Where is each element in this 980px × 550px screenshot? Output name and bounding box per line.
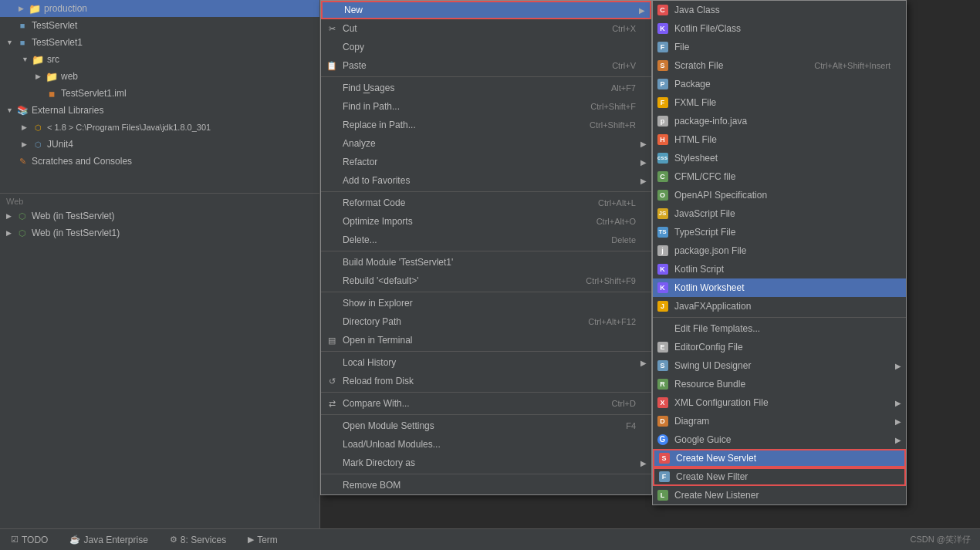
menu-item-analyze[interactable]: Analyze ▶ (321, 134, 651, 153)
sidebar-web-testservlet1[interactable]: ▶ ⬡ Web (in TestServlet1) (0, 224, 319, 241)
submenu-item-scratch[interactable]: S Scratch File Ctrl+Alt+Shift+Insert (653, 56, 906, 75)
submenu-item-create-servlet[interactable]: S Create New Servlet (653, 449, 906, 467)
menu-item-compare-with[interactable]: ⇄ Compare With... Ctrl+D (321, 394, 651, 413)
submenu-arrow-icon: ▶ (640, 459, 647, 467)
menu-item-cut[interactable]: ✂ Cut Ctrl+X (321, 19, 651, 38)
submenu-item-kotlin-file[interactable]: K Kotlin File/Class (653, 19, 906, 38)
submenu-item-kotlin-worksheet[interactable]: K Kotlin Worksheet (653, 278, 906, 297)
menu-item-find-usages[interactable]: Find Usages Alt+F7 (321, 79, 651, 97)
menu-item-add-favorites[interactable]: Add to Favorites ▶ (321, 171, 651, 190)
sidebar-item-junit[interactable]: ▶ ⬡ JUnit4 (0, 136, 319, 153)
menu-item-new[interactable]: New ▶ (321, 1, 651, 19)
sidebar-web-testservlet[interactable]: ▶ ⬡ Web (in TestServlet) (0, 208, 319, 224)
submenu-item-create-filter[interactable]: F Create New Filter (653, 467, 906, 486)
menu-item-open-module-settings[interactable]: Open Module Settings F4 (321, 417, 651, 435)
menu-item-load-unload[interactable]: Load/Unload Modules... (321, 435, 651, 454)
submenu-arrow-icon: ▶ (895, 417, 901, 426)
shortcut-label: Delete (611, 235, 636, 245)
submenu-item-openapi[interactable]: O OpenAPI Specification (653, 186, 906, 204)
submenu-item-html[interactable]: H HTML File (653, 130, 906, 149)
sidebar-item-testservlet1[interactable]: ▼ ■ TestServlet1 (0, 34, 319, 51)
submenu-item-pkgjson[interactable]: j package.json File (653, 241, 906, 260)
submenu-item-pkginfo[interactable]: p package-info.java (653, 112, 906, 130)
menu-item-open-terminal[interactable]: ▤ Open in Terminal (321, 331, 651, 349)
menu-item-mark-directory[interactable]: Mark Directory as ▶ (321, 454, 651, 472)
status-tab-label: Java Enterprise (83, 535, 147, 545)
separator (321, 292, 651, 292)
submenu-item-ts[interactable]: TS TypeScript File (653, 223, 906, 241)
sidebar: ▶ 📁 production ■ TestServlet ▼ ■ TestSer… (0, 0, 320, 550)
menu-item-refactor[interactable]: Refactor ▶ (321, 153, 651, 171)
sidebar-item-external-libraries[interactable]: ▼ 📚 External Libraries (0, 102, 319, 119)
java-icon: C (656, 5, 670, 15)
submenu-item-swing[interactable]: S Swing UI Designer ▶ (653, 356, 906, 375)
shortcut-label: F4 (626, 421, 636, 430)
menu-item-local-history[interactable]: Local History ▶ (321, 353, 651, 372)
menu-item-optimize-imports[interactable]: Optimize Imports Ctrl+Alt+O (321, 212, 651, 231)
sidebar-item-src[interactable]: ▼ 📁 src (0, 51, 319, 68)
sidebar-item-testservlet[interactable]: ■ TestServlet (0, 17, 319, 34)
menu-item-copy[interactable]: Copy (321, 38, 651, 56)
menu-item-build-module[interactable]: Build Module 'TestServlet1' (321, 253, 651, 272)
menu-item-delete[interactable]: Delete... Delete (321, 231, 651, 249)
services-icon: ⚙ (170, 535, 177, 545)
status-tab-terminal[interactable]: ▶ Term (243, 533, 282, 547)
menu-item-directory-path[interactable]: Directory Path Ctrl+Alt+F12 (321, 312, 651, 331)
menu-item-label: Optimize Imports (343, 216, 413, 227)
item-label: TestServlet (32, 20, 77, 31)
package-icon: P (656, 79, 670, 89)
separator (321, 392, 651, 393)
submenu-item-label: Package (674, 79, 711, 89)
submenu-arrow-icon: ▶ (895, 362, 901, 370)
submenu-arrow-icon: ▶ (895, 399, 901, 407)
menu-item-find-in-path[interactable]: Find in Path... Ctrl+Shift+F (321, 97, 651, 116)
submenu-item-fxml[interactable]: F FXML File (653, 93, 906, 112)
sidebar-item-iml[interactable]: ◼ TestServlet1.iml (0, 85, 319, 102)
submenu-item-diagram[interactable]: D Diagram ▶ (653, 412, 906, 430)
cfml-icon: C (656, 171, 670, 182)
status-tab-services[interactable]: ⚙ 8: Services (165, 533, 231, 547)
submenu-item-css[interactable]: css Stylesheet (653, 149, 906, 167)
web-icon: ⬡ (15, 210, 29, 222)
submenu-item-file[interactable]: F File (653, 38, 906, 56)
submenu-item-edit-templates[interactable]: Edit File Templates... (653, 319, 906, 338)
scratch-icon: S (656, 60, 670, 71)
menu-item-show-explorer[interactable]: Show in Explorer (321, 294, 651, 312)
submenu-item-kotlin-script[interactable]: K Kotlin Script (653, 260, 906, 278)
item-label: < 1.8 > C:\Program Files\Java\jdk1.8.0_3… (47, 123, 211, 132)
submenu-item-package[interactable]: P Package (653, 75, 906, 93)
junit-icon: ⬡ (31, 138, 45, 150)
sidebar-item-web[interactable]: ▶ 📁 web (0, 68, 319, 85)
menu-item-reformat[interactable]: Reformat Code Ctrl+Alt+L (321, 194, 651, 212)
menu-item-remove-bom[interactable]: Remove BOM (321, 476, 651, 494)
kotlinscript-icon: K (656, 264, 670, 275)
sidebar-item-production[interactable]: ▶ 📁 production (0, 0, 319, 17)
submenu-item-java-class[interactable]: C Java Class (653, 1, 906, 19)
submenu-item-editorconfig[interactable]: E EditorConfig File (653, 338, 906, 356)
menu-item-rebuild[interactable]: Rebuild '<default>' Ctrl+Shift+F9 (321, 272, 651, 290)
submenu-item-google-guice[interactable]: G Google Guice ▶ (653, 430, 906, 449)
expand-arrow: ▶ (6, 212, 15, 220)
submenu-item-label: Swing UI Designer (674, 360, 751, 371)
sidebar-item-scratches[interactable]: ✎ Scratches and Consoles (0, 153, 319, 170)
submenu-arrow-icon: ▶ (640, 177, 647, 185)
submenu-arrow-icon: ▶ (640, 359, 647, 367)
submenu-item-label: package-info.java (674, 116, 747, 127)
menu-item-replace-in-path[interactable]: Replace in Path... Ctrl+Shift+R (321, 116, 651, 134)
menu-item-reload[interactable]: ↺ Reload from Disk (321, 372, 651, 390)
submenu-item-javafx[interactable]: J JavaFXApplication (653, 297, 906, 315)
submenu-item-xml-config[interactable]: X XML Configuration File ▶ (653, 393, 906, 412)
menu-item-label: Directory Path (343, 316, 401, 327)
menu-item-label: Refactor (343, 157, 377, 167)
submenu-item-resource-bundle[interactable]: R Resource Bundle (653, 375, 906, 393)
sidebar-item-jdk[interactable]: ▶ ⬡ < 1.8 > C:\Program Files\Java\jdk1.8… (0, 119, 319, 136)
separator (653, 317, 906, 318)
menu-item-label: Open in Terminal (343, 335, 413, 346)
javafx-icon: J (656, 301, 670, 312)
submenu-item-create-listener[interactable]: L Create New Listener (653, 486, 906, 504)
status-tab-java-enterprise[interactable]: ☕ Java Enterprise (65, 533, 152, 547)
submenu-item-cfml[interactable]: C CFML/CFC file (653, 167, 906, 186)
submenu-item-js[interactable]: JS JavaScript File (653, 204, 906, 223)
menu-item-paste[interactable]: 📋 Paste Ctrl+V (321, 56, 651, 75)
status-tab-todo[interactable]: ☑ TODO (6, 533, 52, 547)
